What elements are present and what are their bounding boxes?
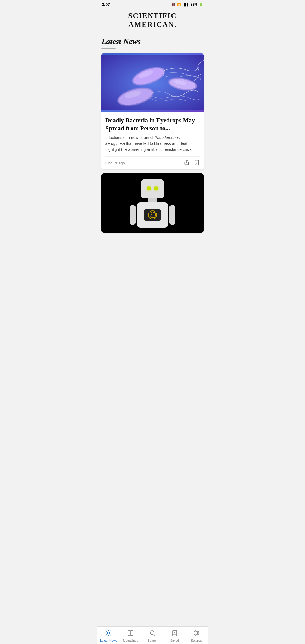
battery-percent: 82% [191,3,197,6]
article-actions-1 [184,160,200,167]
saved-label: Saved [170,639,179,642]
robot-neck [148,198,157,202]
svg-line-18 [106,635,107,635]
signal-icon: ▐▌▌ [183,3,189,6]
status-icons: 🔇 📶 ▐▌▌ 82% 🔋 [171,3,203,6]
article-time-1: 8 hours ago [105,161,125,165]
nav-item-saved[interactable]: Saved [166,630,183,642]
app-title: SCIENTIFIC AMERICAN. [103,11,202,29]
bookmark-icon[interactable] [194,160,200,167]
mute-icon: 🔇 [171,3,176,6]
settings-icon [193,630,200,638]
title-line1: SCIENTIFIC [128,12,177,20]
svg-point-39 [195,634,196,635]
title-line2: AMERICAN. [128,20,177,29]
robot-logo [148,210,157,219]
robot-eye-right [154,186,158,190]
robot-arm-right [169,205,175,225]
magazines-icon [127,630,134,638]
article-title-1: Deadly Bacteria in Eyedrops May Spread f… [105,116,200,132]
article-image-bacteria [101,53,204,112]
settings-label: Settings [191,639,202,642]
main-content: Latest News [97,32,208,281]
section-title: Latest News [101,37,204,46]
latest-news-label: Latest News [100,639,117,642]
bottom-nav: Latest News Magazines [97,626,208,644]
svg-line-16 [106,631,107,631]
article-summary-1: Infections of a new strain of Pseudomona… [105,135,200,153]
app-header: SCIENTIFIC AMERICAN. [97,8,208,32]
status-time: 3:07 [102,2,110,7]
latest-news-icon [105,630,112,638]
robot-figure [137,179,168,228]
robot-head [141,179,164,198]
article-card-1[interactable]: Deadly Bacteria in Eyedrops May Spread f… [101,53,204,169]
svg-line-19 [110,631,111,631]
svg-line-29 [154,634,156,636]
nav-item-latest-news[interactable]: Latest News [100,630,117,642]
nav-item-magazines[interactable]: Magazines [122,630,139,642]
robot-torso [137,202,168,228]
nav-item-settings[interactable]: Settings [188,630,205,642]
article-footer-1: 8 hours ago [105,156,200,167]
search-icon [149,630,156,638]
robot-arm-left [130,205,136,225]
saved-icon [171,630,178,638]
nav-item-search[interactable]: Search [144,630,161,642]
magazines-label: Magazines [123,639,138,642]
robot-eye-left [147,186,151,190]
wifi-icon: 📶 [177,3,181,6]
search-label: Search [148,639,158,642]
svg-point-11 [107,632,110,634]
svg-point-28 [150,631,154,635]
svg-line-17 [110,635,111,635]
share-icon[interactable] [184,160,189,167]
robot-chest-panel [144,209,161,221]
article-card-2[interactable] [101,173,204,233]
battery-icon: 🔋 [199,3,203,6]
svg-point-37 [195,631,196,632]
svg-point-38 [197,632,198,634]
article-body-1: Deadly Bacteria in Eyedrops May Spread f… [101,112,204,169]
section-underline [101,48,116,49]
status-bar: 3:07 🔇 📶 ▐▌▌ 82% 🔋 [97,0,208,8]
page-wrapper: 3:07 🔇 📶 ▐▌▌ 82% 🔋 SCIENTIFIC AMERICAN. … [97,0,208,281]
article-image-robot [101,173,204,233]
